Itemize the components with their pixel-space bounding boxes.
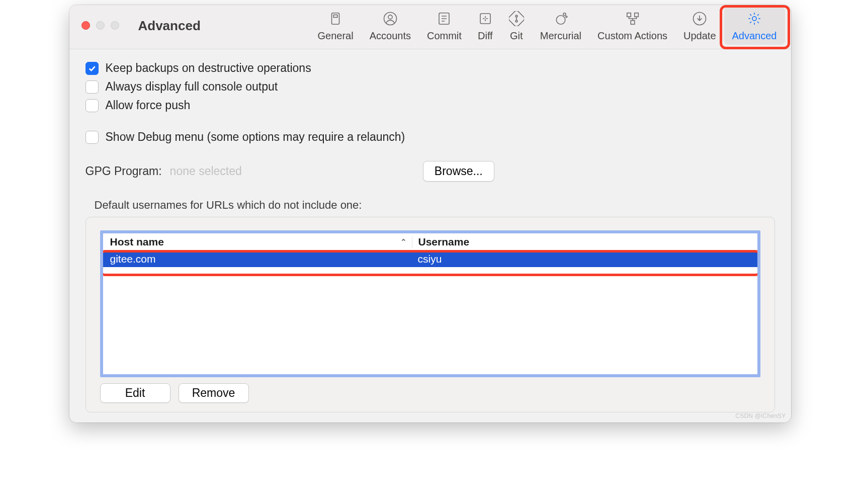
checkbox-label: Keep backups on destructive operations bbox=[106, 61, 311, 75]
watermark: CSDN @IChenSY bbox=[735, 412, 786, 419]
svg-point-16 bbox=[752, 17, 756, 21]
content-area: Keep backups on destructive operations A… bbox=[69, 49, 791, 423]
update-icon bbox=[692, 11, 707, 26]
tab-label: Git bbox=[510, 30, 523, 42]
general-icon bbox=[328, 11, 343, 26]
tab-diff[interactable]: Diff bbox=[470, 7, 501, 45]
check-icon bbox=[88, 64, 97, 73]
svg-rect-14 bbox=[631, 21, 635, 25]
tab-label: Mercurial bbox=[540, 30, 581, 42]
svg-point-3 bbox=[388, 15, 392, 19]
svg-point-9 bbox=[556, 16, 565, 25]
column-header-label: Username bbox=[418, 236, 470, 247]
tab-label: General bbox=[318, 30, 354, 42]
tab-commit[interactable]: Commit bbox=[419, 7, 470, 45]
tab-mercurial[interactable]: Mercurial bbox=[532, 7, 589, 45]
table-body: gitee.com csiyu bbox=[103, 251, 757, 374]
tab-label: Accounts bbox=[370, 30, 411, 42]
checkbox-input[interactable] bbox=[85, 131, 99, 144]
tab-label: Update bbox=[683, 30, 716, 42]
tab-label: Commit bbox=[427, 30, 462, 42]
tab-general[interactable]: General bbox=[310, 7, 362, 45]
checkbox-debug-menu[interactable]: Show Debug menu (some options may requir… bbox=[85, 130, 775, 144]
default-usernames-label: Default usernames for URLs which do not … bbox=[95, 199, 775, 212]
minimize-window-button[interactable] bbox=[96, 21, 105, 30]
checkbox-input[interactable] bbox=[85, 99, 99, 112]
column-header-username[interactable]: Username bbox=[412, 236, 576, 248]
checkbox-input[interactable] bbox=[85, 80, 99, 94]
svg-point-7 bbox=[515, 15, 518, 17]
tab-label: Custom Actions bbox=[597, 30, 667, 42]
table-buttons: Edit Remove bbox=[100, 383, 760, 403]
cell-username: csiyu bbox=[412, 253, 757, 265]
table-row[interactable]: gitee.com csiyu bbox=[103, 251, 757, 267]
zoom-window-button[interactable] bbox=[111, 21, 119, 30]
svg-point-2 bbox=[384, 13, 396, 25]
mercurial-icon bbox=[553, 11, 568, 26]
checkbox-force-push[interactable]: Allow force push bbox=[85, 99, 775, 112]
traffic-lights bbox=[81, 21, 119, 30]
tab-advanced[interactable]: Advanced bbox=[724, 7, 785, 45]
svg-rect-13 bbox=[634, 13, 638, 17]
checkbox-input[interactable] bbox=[85, 62, 99, 75]
usernames-table[interactable]: Host name ⌃ Username gitee.com csiyu bbox=[100, 230, 760, 377]
browse-button[interactable]: Browse... bbox=[423, 161, 494, 182]
accounts-icon bbox=[383, 11, 398, 26]
gpg-program-row: GPG Program: none selected Browse... bbox=[85, 161, 775, 182]
column-header-label: Host name bbox=[110, 236, 164, 248]
table-header: Host name ⌃ Username bbox=[103, 233, 757, 251]
diff-icon bbox=[478, 11, 493, 26]
edit-button[interactable]: Edit bbox=[100, 383, 170, 403]
svg-point-11 bbox=[566, 16, 567, 18]
tab-git[interactable]: Git bbox=[501, 7, 532, 45]
tab-custom-actions[interactable]: Custom Actions bbox=[589, 7, 675, 45]
custom-icon bbox=[625, 11, 640, 26]
commit-icon bbox=[437, 11, 452, 26]
remove-button[interactable]: Remove bbox=[179, 383, 249, 403]
cell-host: gitee.com bbox=[103, 253, 412, 265]
checkbox-full-console[interactable]: Always display full console output bbox=[85, 80, 775, 94]
sort-ascending-icon: ⌃ bbox=[400, 237, 412, 246]
svg-rect-5 bbox=[480, 14, 490, 24]
checkbox-label: Always display full console output bbox=[106, 80, 278, 94]
checkbox-label: Show Debug menu (some options may requir… bbox=[106, 130, 405, 144]
svg-point-8 bbox=[515, 20, 518, 22]
tab-update[interactable]: Update bbox=[675, 7, 724, 45]
window-title: Advanced bbox=[138, 18, 201, 34]
checkbox-label: Allow force push bbox=[106, 99, 191, 112]
gpg-program-value: none selected bbox=[170, 164, 242, 178]
svg-rect-1 bbox=[333, 15, 337, 18]
checkbox-keep-backups[interactable]: Keep backups on destructive operations bbox=[85, 61, 775, 75]
tab-label: Advanced bbox=[732, 30, 777, 42]
gear-icon bbox=[747, 11, 762, 26]
tab-label: Diff bbox=[478, 30, 493, 42]
preferences-window: Advanced General Accounts Commit Diff Gi… bbox=[69, 5, 791, 423]
gpg-program-label: GPG Program: bbox=[85, 164, 162, 178]
git-icon bbox=[509, 11, 524, 26]
column-header-host[interactable]: Host name ⌃ bbox=[103, 236, 412, 248]
titlebar: Advanced General Accounts Commit Diff Gi… bbox=[69, 5, 791, 49]
preferences-tabs: General Accounts Commit Diff Git Mercuri… bbox=[310, 7, 785, 45]
default-usernames-panel: Host name ⌃ Username gitee.com csiyu bbox=[85, 217, 775, 412]
tab-accounts[interactable]: Accounts bbox=[362, 7, 419, 45]
svg-rect-12 bbox=[627, 13, 631, 17]
svg-point-10 bbox=[563, 13, 566, 16]
close-window-button[interactable] bbox=[81, 21, 90, 30]
